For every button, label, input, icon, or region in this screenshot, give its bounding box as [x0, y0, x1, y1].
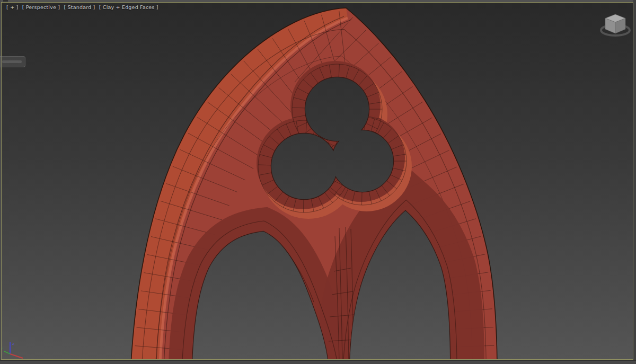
viewport-menu-general[interactable]: [ + ]: [6, 4, 18, 10]
window-margin-notch: [3, 0, 8, 2]
viewport-window: z x y [ + ] [ Perspective ] [ Standard ]…: [0, 0, 636, 364]
viewport-menu-render-preset[interactable]: [ Standard ]: [64, 4, 95, 10]
faded-tooltip: [0, 56, 25, 67]
window-margin-bottom: [0, 360, 636, 364]
viewport-label: [ + ] [ Perspective ] [ Standard ] [ Cla…: [6, 4, 161, 10]
window-margin-left: [0, 0, 1, 364]
window-margin-top: [0, 0, 636, 2]
axis-z-label: z: [12, 342, 14, 346]
window-margin-right: [633, 0, 636, 364]
viewport-menu-shading[interactable]: [ Clay + Edged Faces ]: [99, 4, 158, 10]
faded-tooltip-text-blur: [2, 60, 22, 63]
viewport-canvas[interactable]: z x y: [0, 0, 636, 364]
viewport-menu-pov[interactable]: [ Perspective ]: [22, 4, 60, 10]
window-margin-bottom-line: [0, 360, 636, 361]
